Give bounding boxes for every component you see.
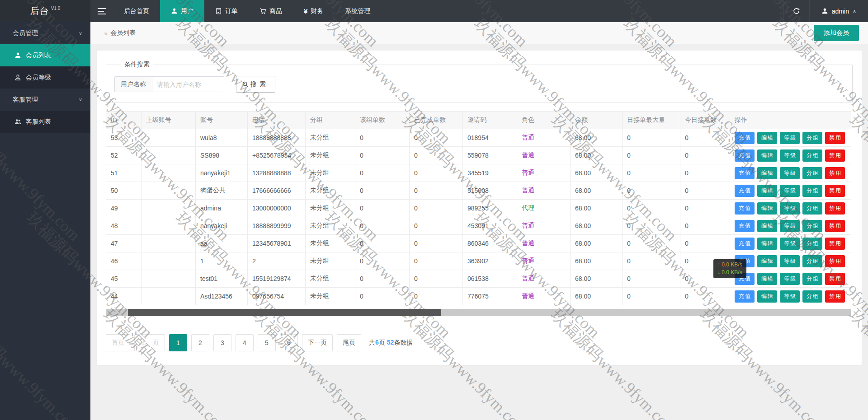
pager-prev[interactable]: 上一页 [134, 334, 165, 351]
edit-button[interactable]: 编辑 [757, 220, 777, 232]
cell-invite: 559078 [463, 147, 517, 164]
group-button[interactable]: 分组 [802, 220, 822, 232]
sidebar-item-客服列表[interactable]: 客服列表 [0, 111, 90, 133]
app-title: 后台 [30, 5, 49, 17]
group-button[interactable]: 分组 [802, 132, 822, 144]
upload-speed: 0.0 KB/s [722, 261, 742, 268]
cell-balance: 68.00 [571, 129, 623, 147]
level-button[interactable]: 等级 [780, 185, 800, 197]
cell-phone: 18888899999 [248, 217, 306, 235]
level-button[interactable]: 等级 [780, 149, 800, 162]
level-button[interactable]: 等级 [780, 167, 800, 179]
level-button[interactable]: 等级 [780, 238, 800, 250]
cell-actions: 充值编辑等级分组禁用 [730, 288, 851, 305]
disable-button[interactable]: 禁用 [825, 273, 845, 285]
recharge-button[interactable]: 充值 [735, 167, 755, 179]
pager-page-3[interactable]: 3 [213, 334, 231, 351]
disable-button[interactable]: 禁用 [825, 238, 845, 250]
level-button[interactable]: 等级 [780, 290, 800, 303]
cell-done_orders: 0 [410, 182, 463, 200]
recharge-button[interactable]: 充值 [735, 149, 755, 162]
nav-item-用户[interactable]: 用户 [160, 0, 204, 22]
group-button[interactable]: 分组 [802, 185, 822, 197]
sidebar-item-客服管理[interactable]: 客服管理∨ [0, 89, 90, 111]
edit-button[interactable]: 编辑 [757, 167, 777, 179]
group-button[interactable]: 分组 [802, 273, 822, 285]
download-speed: 0.0 KB/s [722, 269, 742, 275]
sidebar-item-会员列表[interactable]: 会员列表 [0, 44, 90, 66]
level-button[interactable]: 等级 [780, 220, 800, 232]
group-button[interactable]: 分组 [802, 255, 822, 267]
group-button[interactable]: 分组 [802, 167, 822, 179]
hamburger-menu-icon[interactable] [90, 0, 113, 22]
sidebar-item-会员管理[interactable]: 会员管理∨ [0, 22, 90, 44]
recharge-button[interactable]: 充值 [735, 202, 755, 215]
user-menu[interactable]: admin ∧ [810, 0, 868, 22]
disable-button[interactable]: 禁用 [825, 255, 845, 267]
recharge-button[interactable]: 充值 [735, 290, 755, 303]
cell-parent [142, 182, 196, 200]
pager-page-4[interactable]: 4 [236, 334, 254, 351]
cell-parent [142, 235, 196, 252]
cell-daily_max: 0 [623, 270, 680, 288]
edit-button[interactable]: 编辑 [757, 290, 777, 303]
nav-item-订单[interactable]: 订单 [204, 0, 249, 22]
disable-button[interactable]: 禁用 [825, 167, 845, 179]
add-member-button[interactable]: 添加会员 [814, 25, 859, 41]
cell-account: 狗蛋公共 [196, 182, 248, 200]
chevron-down-icon: ∨ [79, 30, 82, 36]
cell-invite: 989255 [463, 200, 517, 217]
pager-first[interactable]: 首页 [106, 334, 130, 351]
group-button[interactable]: 分组 [802, 202, 822, 215]
edit-button[interactable]: 编辑 [757, 273, 777, 285]
edit-button[interactable]: 编辑 [757, 132, 777, 144]
edit-button[interactable]: 编辑 [757, 255, 777, 267]
username-input[interactable] [152, 77, 224, 92]
cell-invite: 345519 [463, 164, 517, 182]
recharge-button[interactable]: 充值 [735, 132, 755, 144]
pager-page-6[interactable]: 6 [280, 334, 298, 351]
level-button[interactable]: 等级 [780, 202, 800, 215]
cell-daily_max: 0 [623, 182, 680, 200]
edit-button[interactable]: 编辑 [757, 202, 777, 215]
cell-group: 未分组 [306, 288, 355, 305]
disable-button[interactable]: 禁用 [825, 132, 845, 144]
pager-page-2[interactable]: 2 [191, 334, 209, 351]
refresh-button[interactable] [783, 0, 810, 22]
col-header: 操作 [730, 112, 851, 129]
level-button[interactable]: 等级 [780, 273, 800, 285]
edit-button[interactable]: 编辑 [757, 185, 777, 197]
disable-button[interactable]: 禁用 [825, 149, 845, 162]
recharge-button[interactable]: 充值 [735, 238, 755, 250]
edit-button[interactable]: 编辑 [757, 149, 777, 162]
sidebar-item-会员等级[interactable]: 会员等级 [0, 66, 90, 89]
pager-next[interactable]: 下一页 [302, 334, 333, 351]
cell-id: 49 [106, 200, 142, 217]
edit-button[interactable]: 编辑 [757, 238, 777, 250]
level-button[interactable]: 等级 [780, 255, 800, 267]
group-button[interactable]: 分组 [802, 238, 822, 250]
pager-page-1[interactable]: 1 [169, 334, 187, 351]
nav-item-后台首页[interactable]: 后台首页 [113, 0, 160, 22]
cell-parent [142, 288, 196, 305]
pager-page-5[interactable]: 5 [258, 334, 276, 351]
recharge-button[interactable]: 充值 [735, 185, 755, 197]
disable-button[interactable]: 禁用 [825, 202, 845, 215]
disable-button[interactable]: 禁用 [825, 185, 845, 197]
cell-balance: 68.00 [571, 235, 623, 252]
group-button[interactable]: 分组 [802, 290, 822, 303]
top-nav: 后台首页用户订单商品¥财务系统管理 [113, 0, 381, 22]
recharge-button[interactable]: 充值 [735, 220, 755, 232]
horizontal-scrollbar[interactable] [106, 309, 851, 316]
group-button[interactable]: 分组 [802, 149, 822, 162]
disable-button[interactable]: 禁用 [825, 220, 845, 232]
level-button[interactable]: 等级 [780, 132, 800, 144]
nav-item-商品[interactable]: 商品 [249, 0, 293, 22]
search-button[interactable]: 搜索 [236, 76, 275, 93]
cell-role: 代理 [517, 200, 571, 217]
disable-button[interactable]: 禁用 [825, 290, 845, 303]
pager-last[interactable]: 尾页 [337, 334, 361, 351]
nav-item-系统管理[interactable]: 系统管理 [334, 0, 381, 22]
hscrollbar-thumb[interactable] [128, 309, 441, 316]
nav-item-财务[interactable]: ¥财务 [293, 0, 334, 22]
